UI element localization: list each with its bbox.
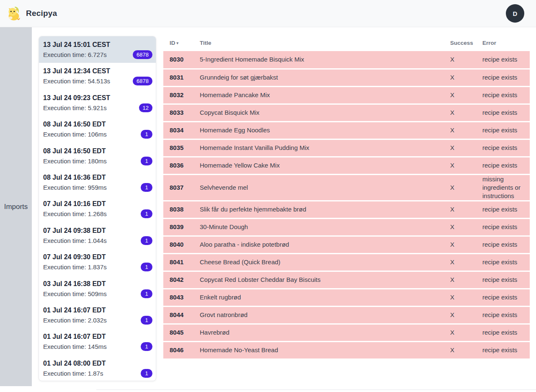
import-list-item[interactable]: 01 Jul 24 08:00 EDT Execution time: 1.87… [39, 355, 156, 381]
import-count-badge: 1 [141, 236, 152, 245]
cell-title: Cheese Bread (Quick Bread) [200, 253, 450, 271]
cell-title: 5-Ingredient Homemade Bisquick Mix [200, 51, 450, 69]
cell-title: Aloo paratha - indiske potetbrød [200, 236, 450, 253]
table-row: 8037 Selvhevende mel X missing ingredien… [163, 174, 530, 201]
import-list-item[interactable]: 07 Jul 24 09:30 EDT Execution time: 1.83… [39, 249, 156, 275]
import-count-badge: 6878 [133, 50, 152, 59]
cell-title: Copycat Bisquick Mix [200, 104, 450, 121]
import-date: 08 Jul 24 16:36 EDT [43, 173, 152, 182]
cell-id: 8043 [163, 289, 200, 306]
cell-success: X [450, 86, 482, 104]
cell-error: recipe exists [482, 253, 530, 271]
table-row: 8039 30-Minute Dough X recipe exists [163, 218, 530, 236]
import-list-item[interactable]: 01 Jul 24 16:07 EDT Execution time: 2.03… [39, 302, 156, 328]
import-list-item[interactable]: 13 Jul 24 12:34 CEST Execution time: 54.… [39, 63, 156, 89]
cell-id: 8044 [163, 306, 200, 324]
cell-error: recipe exists [482, 341, 530, 359]
cell-success: X [450, 236, 482, 253]
cell-id: 8041 [163, 253, 200, 271]
import-meta: Execution time: 1.837s 1 [43, 263, 152, 271]
scroll-edge-divider [96, 389, 536, 390]
table-row: 8038 Slik får du perfekte hjemmebakte br… [163, 201, 530, 218]
import-count-badge: 1 [141, 289, 152, 298]
cell-success: X [450, 218, 482, 236]
import-date: 13 Jul 24 15:01 CEST [43, 40, 152, 49]
cell-title: Grunndeig for søt gjærbakst [200, 69, 450, 86]
cell-error: recipe exists [482, 201, 530, 218]
cell-error: missing ingredients or instructions [482, 174, 530, 201]
cell-id: 8039 [163, 218, 200, 236]
table-header-row: ID▾ Title Success Error [163, 34, 530, 51]
import-list-item[interactable]: 07 Jul 24 09:38 EDT Execution time: 1.04… [39, 222, 156, 249]
import-meta: Execution time: 5.921s 12 [43, 103, 152, 112]
cell-error: recipe exists [482, 324, 530, 341]
import-execution-time: Execution time: 959ms [43, 184, 107, 191]
cell-title: Havrebrød [200, 324, 450, 341]
cell-success: X [450, 69, 482, 86]
table-row: 8041 Cheese Bread (Quick Bread) X recipe… [163, 253, 530, 271]
cell-success: X [450, 121, 482, 139]
cell-success: X [450, 157, 482, 174]
cell-success: X [450, 174, 482, 201]
import-list-item[interactable]: 07 Jul 24 10:16 EDT Execution time: 1.26… [39, 196, 156, 222]
import-execution-time: Execution time: 6.727s [43, 51, 107, 58]
import-count-badge: 1 [141, 157, 152, 165]
import-list-item[interactable]: 03 Jul 24 16:38 EDT Execution time: 509m… [39, 276, 156, 302]
cell-title: Homemade Egg Noodles [200, 121, 450, 139]
cell-error: recipe exists [482, 104, 530, 121]
import-list-item[interactable]: 13 Jul 24 09:23 CEST Execution time: 5.9… [39, 90, 156, 116]
table-row: 8040 Aloo paratha - indiske potetbrød X … [163, 236, 530, 253]
table-row: 8045 Havrebrød X recipe exists [163, 324, 530, 341]
cell-error: recipe exists [482, 69, 530, 86]
import-list-item[interactable]: 08 Jul 24 16:50 EDT Execution time: 106m… [39, 116, 156, 142]
import-meta: Execution time: 180ms 1 [43, 157, 152, 165]
import-count-badge: 1 [141, 209, 152, 218]
import-meta: Execution time: 1.044s 1 [43, 236, 152, 245]
import-list-item[interactable]: 08 Jul 24 16:36 EDT Execution time: 959m… [39, 169, 156, 196]
import-execution-time: Execution time: 1.044s [43, 237, 107, 244]
sidebar-item-imports[interactable]: Imports [4, 203, 28, 211]
import-date: 03 Jul 24 16:38 EDT [43, 279, 152, 288]
import-list-item[interactable]: 01 Jul 24 16:07 EDT Execution time: 145m… [39, 328, 156, 355]
cell-success: X [450, 289, 482, 306]
cell-title: 30-Minute Dough [200, 218, 450, 236]
cell-error: recipe exists [482, 51, 530, 69]
cell-title: Homemade Pancake Mix [200, 86, 450, 104]
cell-title: Selvhevende mel [200, 174, 450, 201]
table-row: 8034 Homemade Egg Noodles X recipe exist… [163, 121, 530, 139]
import-execution-time: Execution time: 5.921s [43, 104, 107, 111]
import-count-badge: 12 [139, 103, 152, 112]
user-avatar[interactable]: D [506, 4, 524, 23]
cell-error: recipe exists [482, 139, 530, 157]
import-date: 01 Jul 24 16:07 EDT [43, 306, 152, 315]
import-list-item[interactable]: 08 Jul 24 16:50 EDT Execution time: 180m… [39, 143, 156, 169]
cell-error: recipe exists [482, 218, 530, 236]
import-date: 13 Jul 24 12:34 CEST [43, 67, 152, 75]
table-row: 8031 Grunndeig for søt gjærbakst X recip… [163, 69, 530, 86]
column-header-id[interactable]: ID▾ [163, 34, 200, 51]
sort-desc-icon: ▾ [177, 41, 179, 45]
import-execution-time: Execution time: 2.032s [43, 317, 107, 324]
cell-id: 8030 [163, 51, 200, 69]
cell-title: Homemade Yellow Cake Mix [200, 157, 450, 174]
cell-error: recipe exists [482, 86, 530, 104]
cell-id: 8046 [163, 341, 200, 359]
cell-id: 8038 [163, 201, 200, 218]
cell-title: Copycat Red Lobster Cheddar Bay Biscuits [200, 271, 450, 289]
import-list-item[interactable]: 13 Jul 24 15:01 CEST Execution time: 6.7… [39, 36, 156, 63]
cell-success: X [450, 324, 482, 341]
cell-error: recipe exists [482, 236, 530, 253]
cell-error: recipe exists [482, 121, 530, 139]
import-execution-time: Execution time: 54.513s [43, 77, 110, 85]
import-count-badge: 1 [141, 130, 152, 139]
cell-id: 8040 [163, 236, 200, 253]
column-header-id-label: ID [170, 40, 175, 46]
cell-title: Slik får du perfekte hjemmebakte brød [200, 201, 450, 218]
import-meta: Execution time: 106ms 1 [43, 130, 152, 139]
imports-list: 13 Jul 24 15:01 CEST Execution time: 6.7… [39, 36, 156, 381]
column-header-success: Success [450, 34, 482, 51]
app-logo-link[interactable]: Recipya [6, 5, 57, 21]
import-count-badge: 1 [141, 316, 152, 325]
table-row: 8035 Homemade Instant Vanilla Pudding Mi… [163, 139, 530, 157]
import-meta: Execution time: 145ms 1 [43, 342, 152, 351]
